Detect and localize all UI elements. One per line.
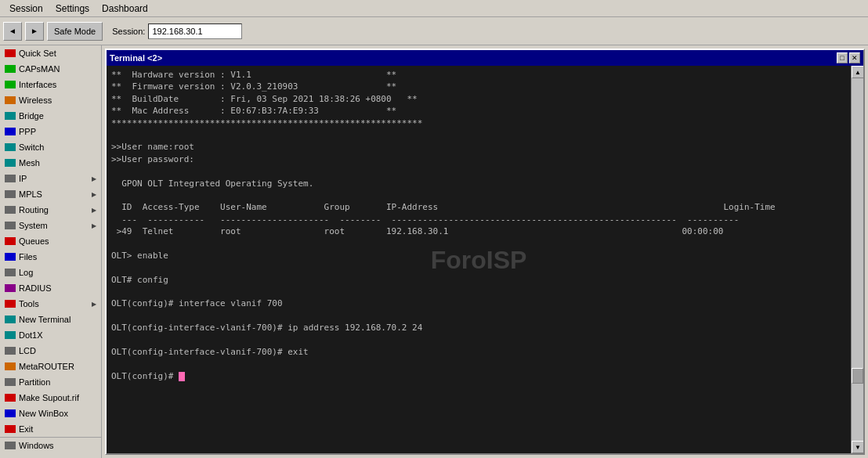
sidebar-label-queues: Queues bbox=[19, 236, 49, 246]
ip-arrow-icon: ▶ bbox=[92, 175, 96, 182]
sidebar-item-mesh[interactable]: Mesh bbox=[0, 155, 101, 171]
terminal-window: Terminal <2> □ ✕ ForoISP ** Hardware ver… bbox=[105, 49, 865, 455]
sidebar-label-ip: IP bbox=[19, 174, 27, 183]
wireless-icon bbox=[5, 96, 16, 104]
terminal-text: ** Hardware version : V1.1 ** ** Firmwar… bbox=[111, 69, 846, 382]
sidebar-label-wireless: Wireless bbox=[19, 96, 52, 105]
scrollbar-down-button[interactable]: ▼ bbox=[852, 441, 863, 453]
metarouter-icon bbox=[5, 362, 16, 370]
menu-dashboard[interactable]: Dashboard bbox=[96, 2, 154, 16]
sidebar-label-new-terminal: New Terminal bbox=[19, 315, 71, 324]
sidebar-label-mpls: MPLS bbox=[19, 189, 42, 199]
routing-icon bbox=[5, 206, 16, 214]
sidebar-item-switch[interactable]: Switch bbox=[0, 139, 101, 155]
scrollbar-thumb[interactable] bbox=[852, 368, 863, 384]
forward-button[interactable]: ► bbox=[25, 22, 44, 41]
content-area: Terminal <2> □ ✕ ForoISP ** Hardware ver… bbox=[102, 45, 868, 458]
sidebar-item-system[interactable]: System ▶ bbox=[0, 218, 101, 233]
menubar: Session Settings Dashboard bbox=[0, 0, 868, 17]
exit-icon bbox=[5, 425, 16, 433]
sidebar-item-ip[interactable]: IP ▶ bbox=[0, 171, 101, 186]
safe-mode-button[interactable]: Safe Mode bbox=[47, 22, 103, 41]
terminal-cursor bbox=[179, 372, 185, 381]
capsman-icon bbox=[5, 65, 16, 73]
sidebar-item-new-winbox[interactable]: New WinBox bbox=[0, 406, 101, 421]
sidebar-item-quick-set[interactable]: Quick Set bbox=[0, 45, 101, 61]
lcd-icon bbox=[5, 347, 16, 355]
new-terminal-icon bbox=[5, 316, 16, 323]
sidebar-label-exit: Exit bbox=[19, 424, 33, 434]
tools-icon bbox=[5, 300, 16, 308]
terminal-restore-button[interactable]: □ bbox=[837, 52, 848, 63]
ip-icon bbox=[5, 175, 16, 182]
quick-set-icon bbox=[5, 49, 16, 57]
switch-icon bbox=[5, 143, 16, 151]
terminal-content-area: ForoISP ** Hardware version : V1.1 ** **… bbox=[107, 66, 863, 453]
sidebar-item-make-supout[interactable]: Make Supout.rif bbox=[0, 390, 101, 406]
sidebar-label-quick-set: Quick Set bbox=[19, 49, 56, 58]
sidebar-label-make-supout: Make Supout.rif bbox=[19, 393, 79, 402]
sidebar-label-log: Log bbox=[19, 268, 33, 277]
sidebar-label-switch: Switch bbox=[19, 142, 44, 152]
sidebar-label-partition: Partition bbox=[19, 377, 50, 387]
system-icon bbox=[5, 222, 16, 229]
sidebar-label-metarouter: MetaROUTER bbox=[19, 362, 74, 371]
sidebar-label-windows: Windows bbox=[19, 441, 54, 450]
scrollbar-up-button[interactable]: ▲ bbox=[852, 66, 863, 78]
toolbar: ◄ ► Safe Mode Session: bbox=[0, 17, 868, 45]
sidebar-item-partition[interactable]: Partition bbox=[0, 374, 101, 390]
sidebar-item-capsman[interactable]: CAPsMAN bbox=[0, 61, 101, 77]
sidebar-label-routing: Routing bbox=[19, 205, 49, 215]
sidebar-label-files: Files bbox=[19, 252, 37, 261]
sidebar-item-wireless[interactable]: Wireless bbox=[0, 92, 101, 108]
menu-session[interactable]: Session bbox=[3, 2, 49, 16]
mesh-icon bbox=[5, 159, 16, 167]
sidebar-item-log[interactable]: Log bbox=[0, 265, 101, 280]
scrollbar-track[interactable] bbox=[852, 78, 863, 441]
close-icon: ✕ bbox=[852, 54, 858, 62]
sidebar-item-ppp[interactable]: PPP bbox=[0, 124, 101, 139]
sidebar-item-radius[interactable]: RADIUS bbox=[0, 280, 101, 296]
sidebar-item-interfaces[interactable]: Interfaces bbox=[0, 77, 101, 92]
sidebar-item-metarouter[interactable]: MetaROUTER bbox=[0, 359, 101, 374]
restore-icon: □ bbox=[840, 54, 844, 62]
sidebar-label-radius: RADIUS bbox=[19, 283, 52, 293]
sidebar-item-routing[interactable]: Routing ▶ bbox=[0, 202, 101, 218]
sidebar-item-lcd[interactable]: LCD bbox=[0, 343, 101, 359]
sidebar-item-exit[interactable]: Exit bbox=[0, 421, 101, 437]
session-label: Session: bbox=[112, 27, 145, 36]
sidebar-item-new-terminal[interactable]: New Terminal bbox=[0, 312, 101, 327]
sidebar-item-files[interactable]: Files bbox=[0, 249, 101, 265]
mpls-arrow-icon: ▶ bbox=[92, 191, 96, 198]
terminal-controls: □ ✕ bbox=[837, 52, 860, 63]
terminal-titlebar: Terminal <2> □ ✕ bbox=[107, 50, 863, 66]
log-icon bbox=[5, 269, 16, 276]
interfaces-icon bbox=[5, 81, 16, 88]
sidebar-label-capsman: CAPsMAN bbox=[19, 64, 60, 74]
queues-icon bbox=[5, 237, 16, 245]
terminal-body[interactable]: ForoISP ** Hardware version : V1.1 ** **… bbox=[107, 66, 851, 453]
terminal-scrollbar: ▲ ▼ bbox=[851, 66, 863, 453]
sidebar-label-new-winbox: New WinBox bbox=[19, 409, 68, 418]
sidebar-item-bridge[interactable]: Bridge bbox=[0, 108, 101, 124]
sidebar-item-tools[interactable]: Tools ▶ bbox=[0, 296, 101, 312]
sidebar-label-system: System bbox=[19, 221, 48, 230]
sidebar-label-ppp: PPP bbox=[19, 127, 36, 136]
windows-icon bbox=[5, 442, 16, 449]
tools-arrow-icon: ▶ bbox=[92, 301, 96, 308]
files-icon bbox=[5, 253, 16, 261]
back-icon: ◄ bbox=[9, 27, 16, 35]
terminal-close-button[interactable]: ✕ bbox=[849, 52, 860, 63]
back-button[interactable]: ◄ bbox=[3, 22, 22, 41]
sidebar-item-queues[interactable]: Queues bbox=[0, 233, 101, 249]
routing-arrow-icon: ▶ bbox=[92, 207, 96, 214]
ppp-icon bbox=[5, 128, 16, 135]
sidebar-item-dot1x[interactable]: Dot1X bbox=[0, 327, 101, 343]
session-input[interactable] bbox=[148, 23, 242, 39]
sidebar-item-mpls[interactable]: MPLS ▶ bbox=[0, 186, 101, 202]
mpls-icon bbox=[5, 190, 16, 198]
sidebar-item-windows[interactable]: Windows bbox=[0, 437, 101, 453]
sidebar-label-bridge: Bridge bbox=[19, 111, 44, 121]
menu-settings[interactable]: Settings bbox=[49, 2, 96, 16]
partition-icon bbox=[5, 378, 16, 386]
